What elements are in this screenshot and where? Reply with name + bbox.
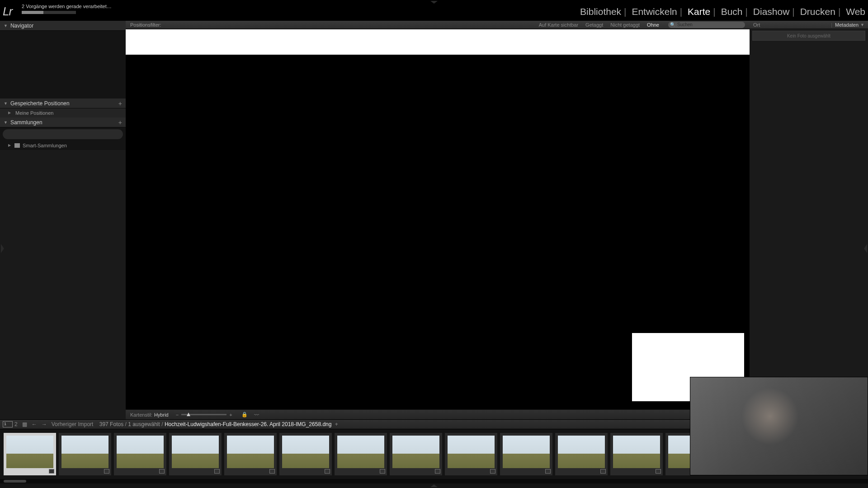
filter-none[interactable]: Ohne	[647, 22, 659, 28]
navigator-label: Navigator	[10, 21, 33, 31]
thumbnail[interactable]	[224, 433, 277, 475]
lock-icon[interactable]: 🔒	[241, 412, 248, 418]
thumbnail-image	[448, 436, 495, 468]
map-search-input[interactable]: 🔍 Suchen	[668, 22, 745, 28]
thumbnail[interactable]	[555, 433, 608, 475]
thumbnail-image	[392, 436, 439, 468]
location-filter-bar: Positionsfilter: Auf Karte sichtbar Geta…	[126, 21, 750, 29]
disclosure-triangle-icon: ▼	[4, 99, 8, 108]
stack-icon	[435, 469, 440, 474]
search-icon: 🔍	[670, 22, 675, 27]
metadata-preset-select[interactable]: Metadaten	[835, 22, 859, 28]
thumbnail-image	[172, 436, 219, 468]
collections-label: Sammlungen	[10, 117, 42, 127]
my-locations-row[interactable]: ▶ Meine Positionen	[0, 108, 126, 117]
thumbnail[interactable]	[500, 433, 552, 475]
module-sep: |	[745, 6, 748, 17]
left-panel-fill	[0, 150, 126, 419]
nav-forward-icon[interactable]: →	[42, 421, 47, 427]
progress-bar	[22, 11, 76, 14]
stack-icon	[545, 469, 551, 474]
saved-locations-header[interactable]: ▼ Gespeicherte Positionen +	[0, 99, 126, 108]
module-karte[interactable]: Karte	[688, 6, 710, 17]
thumbnail[interactable]	[114, 433, 166, 475]
thumbnail[interactable]	[4, 433, 56, 475]
disclosure-triangle-icon: ▼	[4, 21, 8, 31]
my-locations-label: Meine Positionen	[15, 108, 53, 117]
filter-label: Positionsfilter:	[130, 22, 161, 28]
right-panel: Ort | Metadaten ▼ Kein Foto ausgewählt	[750, 21, 868, 419]
stack-icon	[380, 469, 385, 474]
collapse-right-icon[interactable]	[864, 244, 867, 253]
left-panel: ▼ Navigator ▼ Gespeicherte Positionen + …	[0, 21, 126, 419]
center-area: Positionsfilter: Auf Karte sichtbar Geta…	[126, 21, 750, 419]
module-web[interactable]: Web	[846, 6, 865, 17]
module-entwickeln[interactable]: Entwickeln	[632, 6, 677, 17]
module-diashow[interactable]: Diashow	[753, 6, 790, 17]
webcam-overlay	[690, 377, 868, 475]
thumbnail[interactable]	[610, 433, 663, 475]
module-sep: |	[680, 6, 682, 17]
location-field-label[interactable]: Ort	[753, 22, 760, 28]
map-loading-strip	[126, 29, 750, 55]
thumbnail[interactable]	[390, 433, 442, 475]
collapse-bottom-icon[interactable]	[430, 484, 438, 487]
map-view[interactable]	[126, 29, 750, 409]
thumbnail-image	[503, 436, 550, 468]
thumbnail[interactable]	[59, 433, 111, 475]
stack-icon	[490, 469, 495, 474]
navigator-body	[0, 31, 126, 99]
thumbnail[interactable]	[279, 433, 332, 475]
add-collection-icon[interactable]: +	[118, 117, 122, 127]
filter-visible-on-map[interactable]: Auf Karte sichtbar	[539, 22, 578, 28]
stack-icon	[600, 469, 606, 474]
primary-display-button[interactable]: 1	[3, 421, 13, 427]
stack-icon	[656, 469, 661, 474]
smart-collections-label: Smart-Sammlungen	[23, 141, 67, 150]
filter-untagged[interactable]: Nicht getaggt	[610, 22, 640, 28]
source-path[interactable]: Vorheriger Import 397 Fotos / 1 ausgewäh…	[52, 421, 338, 427]
module-drucken[interactable]: Drucken	[800, 6, 835, 17]
thumbnail-image	[61, 436, 108, 468]
module-picker: Bibliothek| Entwickeln| Karte| Buch| Dia…	[580, 6, 865, 17]
add-location-icon[interactable]: +	[118, 99, 122, 108]
map-style-select[interactable]: Hybrid	[154, 412, 169, 418]
disclosure-triangle-icon: ▶	[8, 108, 11, 117]
filter-tagged[interactable]: Getaggt	[585, 22, 603, 28]
stack-icon	[325, 469, 330, 474]
smart-collection-icon	[14, 143, 20, 148]
stack-icon	[104, 469, 109, 474]
map-toolbar: Kartenstil: Hybrid − + 🔒 〰	[126, 409, 750, 419]
thumbnail[interactable]	[335, 433, 387, 475]
thumbnail-image	[227, 436, 274, 468]
collapse-top-icon[interactable]	[430, 1, 438, 4]
zoom-handle[interactable]	[187, 413, 190, 416]
smart-collections-row[interactable]: ▶ Smart-Sammlungen	[0, 141, 126, 150]
grid-view-icon[interactable]: ▦	[22, 421, 27, 427]
zoom-out[interactable]: −	[176, 412, 179, 418]
chevron-down-icon: ▼	[860, 23, 864, 27]
navigator-header[interactable]: ▼ Navigator	[0, 21, 126, 31]
stack-icon	[49, 469, 54, 474]
thumbnail[interactable]	[445, 433, 497, 475]
secondary-display-button[interactable]: 2	[14, 421, 18, 427]
zoom-slider[interactable]	[181, 414, 226, 415]
filmstrip-scrollbar[interactable]	[0, 479, 868, 483]
tracklog-icon[interactable]: 〰	[254, 412, 259, 418]
saved-locations-label: Gespeicherte Positionen	[10, 99, 70, 108]
module-buch[interactable]: Buch	[721, 6, 743, 17]
thumbnail[interactable]	[169, 433, 222, 475]
nav-back-icon[interactable]: ←	[32, 421, 37, 427]
thumbnail-image	[282, 436, 329, 468]
scrollbar-handle[interactable]	[4, 480, 26, 483]
thumbnail-image	[613, 436, 660, 468]
module-bibliothek[interactable]: Bibliothek	[580, 6, 621, 17]
collections-header[interactable]: ▼ Sammlungen +	[0, 117, 126, 127]
divider: |	[831, 22, 832, 28]
module-sep: |	[838, 6, 840, 17]
search-placeholder: Suchen	[677, 22, 693, 27]
zoom-in[interactable]: +	[229, 412, 232, 418]
collections-filter-input[interactable]	[3, 129, 123, 139]
module-sep: |	[792, 6, 794, 17]
collapse-left-icon[interactable]	[1, 244, 4, 253]
